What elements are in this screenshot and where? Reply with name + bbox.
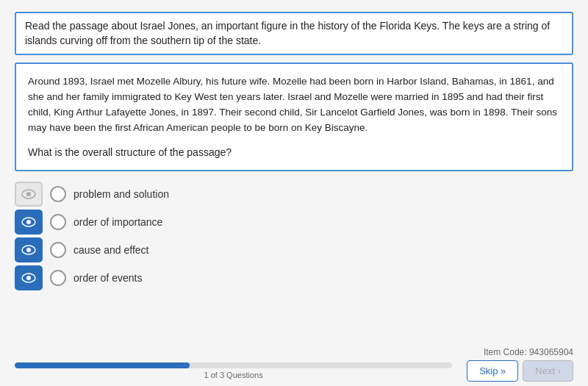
option-label-3: cause and effect (74, 244, 148, 256)
eye-button-1[interactable] (15, 182, 43, 207)
radio-4[interactable] (50, 270, 66, 286)
passage-box: Around 1893, Israel met Mozelle Albury, … (15, 62, 573, 171)
svg-point-7 (26, 276, 31, 280)
main-content: Read the passage about Israel Jones, an … (0, 0, 588, 343)
prompt-box: Read the passage about Israel Jones, an … (15, 12, 573, 55)
progress-label: 1 of 3 Questions (15, 371, 452, 379)
option-row-3: cause and effect (15, 237, 573, 262)
radio-2[interactable] (50, 214, 66, 230)
nav-buttons: Skip » Next › (467, 360, 573, 382)
option-label-2: order of importance (74, 216, 162, 228)
eye-button-2[interactable] (15, 210, 43, 235)
eye-button-4[interactable] (15, 265, 43, 290)
next-button[interactable]: Next › (523, 360, 573, 382)
item-code: Item Code: 943065904 (15, 347, 573, 357)
option-label-4: order of events (74, 272, 142, 284)
footer: Item Code: 943065904 1 of 3 Questions Sk… (0, 343, 588, 386)
svg-point-1 (26, 192, 31, 196)
progress-bar-background (15, 362, 452, 368)
prompt-text: Read the passage about Israel Jones, an … (25, 20, 550, 46)
svg-point-3 (26, 220, 31, 224)
progress-container: 1 of 3 Questions (15, 362, 452, 379)
passage-body: Around 1893, Israel met Mozelle Albury, … (28, 74, 560, 136)
passage-question: What is the overall structure of the pas… (28, 145, 560, 161)
radio-1[interactable] (50, 186, 66, 202)
option-row-2: order of importance (15, 210, 573, 235)
option-label-1: problem and solution (74, 188, 169, 200)
footer-bar: 1 of 3 Questions Skip » Next › (15, 360, 573, 386)
options-container: problem and solution order of importance… (15, 182, 573, 290)
option-row-4: order of events (15, 265, 573, 290)
option-row-1: problem and solution (15, 182, 573, 207)
eye-button-3[interactable] (15, 237, 43, 262)
radio-3[interactable] (50, 242, 66, 258)
skip-button[interactable]: Skip » (467, 360, 518, 382)
svg-point-5 (26, 248, 31, 252)
progress-bar-fill (15, 362, 190, 368)
